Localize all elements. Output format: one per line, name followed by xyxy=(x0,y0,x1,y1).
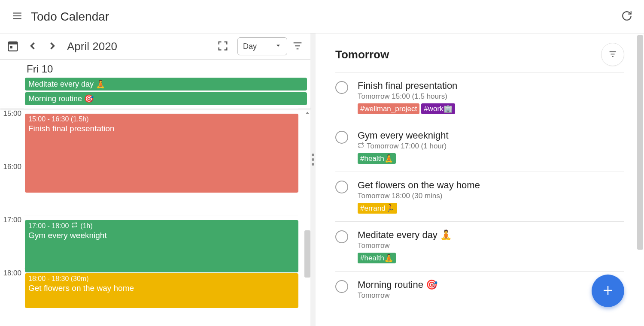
task-checkbox[interactable] xyxy=(335,131,348,144)
task-title: Meditate every day 🧘 xyxy=(358,229,624,241)
add-task-fab[interactable] xyxy=(592,275,624,307)
view-select[interactable]: Day xyxy=(237,37,287,55)
time-label: 18:00 xyxy=(0,268,24,321)
task-tag[interactable]: #errand🏃 xyxy=(358,203,397,214)
hamburger-icon xyxy=(12,10,23,23)
task-when: Tomorrow xyxy=(358,291,624,300)
next-button[interactable] xyxy=(43,37,62,56)
task-title: Get flowers on the way home xyxy=(358,180,624,191)
plus-icon xyxy=(601,284,614,298)
scroll-up-icon[interactable] xyxy=(305,109,310,117)
calendar-toolbar: April 2020 Day xyxy=(0,33,310,59)
task-checkbox[interactable] xyxy=(335,181,348,193)
event-time: 17:00 - 18:00 xyxy=(28,222,69,230)
svg-rect-5 xyxy=(10,46,12,48)
event-title: Morning routine 🎯 xyxy=(28,94,94,103)
svg-marker-6 xyxy=(276,45,280,47)
task-item[interactable]: Morning routine 🎯Tomorrow xyxy=(335,271,624,310)
todo-list: Finish final presentationTomorrow 15:00 … xyxy=(335,72,624,310)
task-tags: #wellman_project#work🏢 xyxy=(358,103,624,114)
today-button[interactable] xyxy=(3,37,22,56)
task-when: Tomorrow 18:00 (30 mins) xyxy=(358,192,624,200)
chevron-down-icon xyxy=(275,42,282,51)
task-item[interactable]: Gym every weeknightTomorrow 17:00 (1 hou… xyxy=(335,122,624,172)
task-title: Gym every weeknight xyxy=(358,130,624,141)
event-time: 15:00 - 16:30 (1.5h) xyxy=(28,115,89,123)
fullscreen-button[interactable] xyxy=(213,37,232,56)
chevron-left-icon xyxy=(27,40,39,53)
calendar-day-header-row: Fri 10 xyxy=(0,59,310,77)
fullscreen-icon xyxy=(217,40,229,53)
refresh-icon xyxy=(621,10,632,23)
menu-button[interactable] xyxy=(8,7,27,26)
allday-event[interactable]: Meditate every day 🧘 xyxy=(25,78,307,91)
prev-button[interactable] xyxy=(23,37,42,56)
pane-resize-handle[interactable] xyxy=(312,154,314,166)
event-title: Meditate every day 🧘 xyxy=(28,79,105,89)
task-checkbox[interactable] xyxy=(335,280,348,293)
task-when: Tomorrow 17:00 (1 hour) xyxy=(358,142,624,151)
task-when: Tomorrow 15:00 (1.5 hours) xyxy=(358,92,624,101)
calendar-today-icon xyxy=(7,40,19,53)
task-title: Finish final presentation xyxy=(358,80,624,91)
time-event[interactable]: 18:00 - 18:30 (30m)Get flowers on the wa… xyxy=(25,273,298,308)
month-label: April 2020 xyxy=(67,40,117,53)
time-label: 16:00 xyxy=(0,162,24,215)
svg-marker-10 xyxy=(306,112,309,114)
refresh-button[interactable] xyxy=(617,7,636,26)
task-checkbox[interactable] xyxy=(335,81,348,94)
event-title: Gym every weeknight xyxy=(28,231,295,240)
calendar-filter-button[interactable] xyxy=(288,37,307,56)
task-tag[interactable]: #health🧘 xyxy=(358,153,396,164)
time-event[interactable]: 17:00 - 18:00(1h)Gym every weeknight xyxy=(25,220,298,272)
task-item[interactable]: Finish final presentationTomorrow 15:00 … xyxy=(335,72,624,122)
chevron-right-icon xyxy=(46,40,58,53)
filter-icon xyxy=(292,40,304,53)
time-label: 15:00 xyxy=(0,109,24,162)
task-when: Tomorrow xyxy=(358,241,624,250)
task-tag[interactable]: #work🏢 xyxy=(421,103,455,114)
task-tags: #health🧘 xyxy=(358,153,624,164)
time-event[interactable]: 15:00 - 16:30 (1.5h)Finish final present… xyxy=(25,114,298,193)
app-title: Todo Calendar xyxy=(31,10,109,24)
todo-header: Tomorrow xyxy=(335,48,389,61)
task-item[interactable]: Meditate every day 🧘Tomorrow#health🧘 xyxy=(335,221,624,271)
task-tag[interactable]: #wellman_project xyxy=(358,103,419,114)
calendar-day-header: Fri 10 xyxy=(24,60,310,77)
event-title: Finish final presentation xyxy=(28,124,295,133)
calendar-allday-area: Meditate every day 🧘Morning routine 🎯 xyxy=(0,77,310,107)
app-bar: Todo Calendar xyxy=(0,0,644,33)
repeat-icon xyxy=(358,142,364,151)
event-time: 18:00 - 18:30 (30m) xyxy=(28,275,89,283)
time-label: 17:00 xyxy=(0,215,24,268)
event-duration: (1h) xyxy=(80,222,92,230)
todo-scrollbar-thumb[interactable] xyxy=(637,35,643,250)
todo-scrollbar[interactable] xyxy=(637,33,643,326)
task-title: Morning routine 🎯 xyxy=(358,279,624,290)
calendar-time-grid[interactable]: 15:0016:0017:0018:00 15:00 - 16:30 (1.5h… xyxy=(0,109,310,326)
todo-pane: Tomorrow Finish final presentationTomorr… xyxy=(316,33,644,326)
todo-filter-button[interactable] xyxy=(601,43,624,66)
task-tags: #health🧘 xyxy=(358,253,624,263)
view-select-label: Day xyxy=(243,42,257,51)
task-checkbox[interactable] xyxy=(335,230,348,243)
event-title: Get flowers on the way home xyxy=(28,284,295,293)
calendar-scrollbar-thumb[interactable] xyxy=(304,230,310,278)
repeat-icon xyxy=(71,222,78,230)
task-tag[interactable]: #health🧘 xyxy=(358,253,396,263)
allday-event[interactable]: Morning routine 🎯 xyxy=(25,92,307,105)
filter-icon xyxy=(608,49,617,60)
task-tags: #errand🏃 xyxy=(358,203,624,214)
svg-rect-4 xyxy=(9,42,18,44)
task-item[interactable]: Get flowers on the way homeTomorrow 18:0… xyxy=(335,172,624,221)
calendar-pane: April 2020 Day Fri 10 xyxy=(0,33,316,326)
